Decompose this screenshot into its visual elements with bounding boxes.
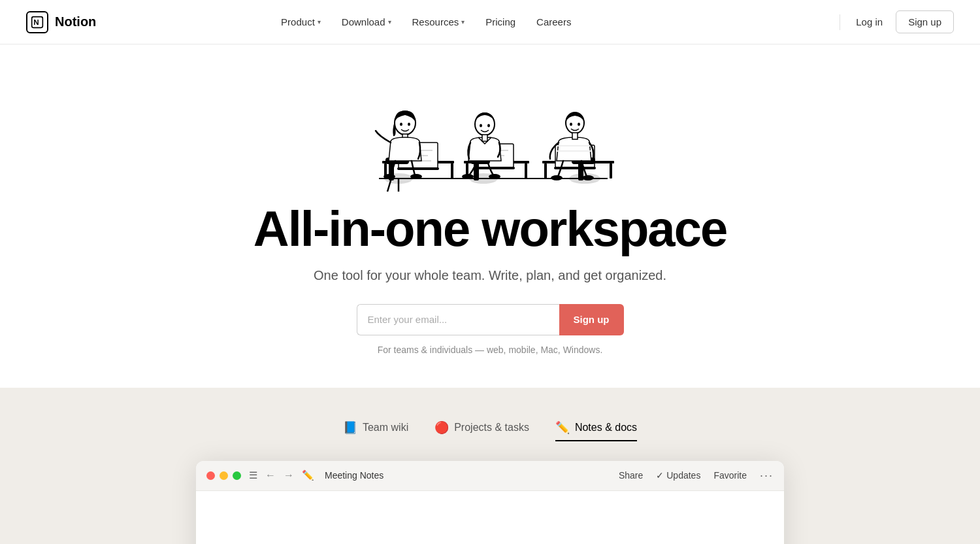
mock-window: ☰ ← → ✏️ Meeting Notes Share ✓ Updates F…: [196, 461, 784, 544]
svg-rect-24: [525, 163, 527, 178]
nav-divider: [840, 14, 840, 30]
share-button[interactable]: Share: [619, 470, 643, 481]
window-nav-back[interactable]: ←: [265, 469, 276, 481]
svg-point-32: [462, 174, 474, 179]
hero-subtitle: One tool for your whole team. Write, pla…: [314, 268, 666, 283]
navbar: N Notion Product ▾ Download ▾ Resources …: [0, 0, 980, 44]
svg-point-17: [400, 123, 402, 126]
login-button[interactable]: Log in: [845, 11, 893, 33]
svg-point-53: [570, 123, 572, 126]
signup-button[interactable]: Sign up: [896, 10, 954, 33]
nav-item-product[interactable]: Product ▾: [272, 11, 330, 33]
window-page-icon: ✏️: [302, 469, 314, 481]
tab-notes-docs[interactable]: ✏️ Notes & docs: [555, 420, 637, 441]
notes-docs-emoji: ✏️: [555, 420, 570, 435]
window-content: [196, 491, 784, 544]
hero-title: All-in-one workspace: [253, 201, 727, 256]
chevron-down-icon: ▾: [318, 18, 321, 26]
nav-item-download[interactable]: Download ▾: [333, 11, 400, 33]
traffic-light-green[interactable]: [233, 471, 241, 480]
svg-text:N: N: [33, 18, 39, 26]
svg-rect-40: [610, 163, 612, 178]
nav-item-pricing[interactable]: Pricing: [476, 11, 525, 33]
hero-hint: For teams & individuals — web, mobile, M…: [378, 345, 603, 355]
svg-point-21: [410, 174, 422, 179]
window-menu-icon[interactable]: ☰: [249, 469, 257, 481]
favorite-button[interactable]: Favorite: [713, 470, 747, 481]
nav-logo[interactable]: N Notion: [26, 11, 96, 33]
traffic-light-yellow[interactable]: [220, 471, 228, 480]
email-input[interactable]: [357, 304, 559, 335]
notion-logo-icon: N: [26, 11, 48, 33]
svg-rect-5: [451, 163, 453, 178]
team-wiki-emoji: 📘: [343, 420, 357, 435]
window-nav-forward[interactable]: →: [284, 469, 294, 481]
svg-point-54: [578, 123, 580, 126]
tab-team-wiki-label: Team wiki: [363, 422, 408, 434]
hero-form: Sign up: [357, 304, 624, 335]
nav-item-careers[interactable]: Careers: [527, 11, 580, 33]
chevron-down-icon: ▾: [461, 18, 465, 26]
svg-rect-26: [476, 167, 515, 169]
hero-signup-button[interactable]: Sign up: [559, 304, 624, 335]
svg-point-33: [489, 174, 500, 179]
svg-rect-55: [572, 133, 578, 139]
traffic-lights: [206, 471, 241, 480]
tab-notes-label: Notes & docs: [575, 422, 637, 434]
demo-tabs: 📘 Team wiki 🔴 Projects & tasks ✏️ Notes …: [343, 420, 637, 441]
window-titlebar: ☰ ← → ✏️ Meeting Notes Share ✓ Updates F…: [196, 461, 784, 491]
svg-rect-7: [397, 167, 439, 170]
svg-point-18: [408, 123, 410, 126]
svg-point-50: [551, 175, 563, 180]
hero-section: All-in-one workspace One tool for your w…: [0, 44, 980, 388]
tab-team-wiki[interactable]: 📘 Team wiki: [343, 420, 408, 441]
svg-point-20: [384, 174, 395, 179]
demo-section: 📘 Team wiki 🔴 Projects & tasks ✏️ Notes …: [0, 388, 980, 544]
tab-projects-label: Projects & tasks: [454, 422, 529, 434]
nav-item-resources[interactable]: Resources ▾: [403, 11, 474, 33]
nav-center-links: Product ▾ Download ▾ Resources ▾ Pricing…: [272, 11, 580, 33]
more-options-button[interactable]: ···: [760, 469, 774, 483]
svg-point-35: [480, 124, 482, 128]
traffic-light-red[interactable]: [206, 471, 215, 480]
tab-projects-tasks[interactable]: 🔴 Projects & tasks: [434, 420, 529, 441]
updates-button[interactable]: ✓ Updates: [656, 470, 700, 481]
svg-point-36: [487, 124, 490, 128]
chevron-down-icon: ▾: [388, 18, 391, 26]
updates-check-icon: ✓: [656, 470, 664, 481]
hero-illustration: [320, 64, 660, 195]
svg-point-51: [582, 175, 594, 180]
nav-right-actions: Log in Sign up: [845, 10, 954, 33]
projects-tasks-emoji: 🔴: [434, 420, 449, 435]
nav-logo-text: Notion: [55, 14, 96, 29]
window-actions: Share ✓ Updates Favorite ···: [619, 469, 774, 483]
svg-rect-39: [544, 163, 547, 178]
svg-rect-37: [482, 135, 487, 141]
window-page-title: Meeting Notes: [325, 470, 384, 481]
